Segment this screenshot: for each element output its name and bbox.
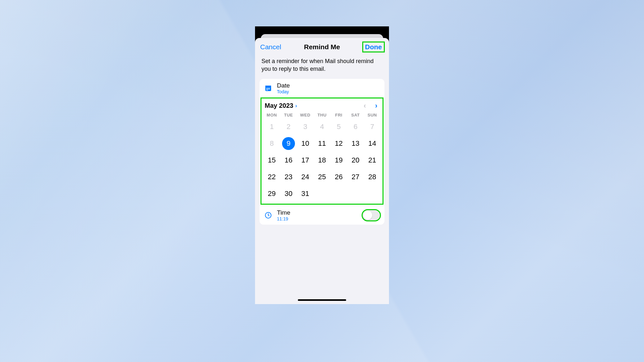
weekday-label: WED — [297, 113, 314, 117]
calendar-day[interactable]: 16 — [280, 154, 297, 166]
calendar-day[interactable]: 24 — [297, 171, 314, 183]
calendar-grid: 1234567891011121314151617181920212223242… — [263, 119, 381, 200]
cancel-button[interactable]: Cancel — [260, 43, 281, 51]
calendar-day[interactable]: 17 — [297, 154, 314, 166]
svg-rect-8 — [267, 89, 268, 89]
sheet-description: Set a reminder for when Mail should remi… — [255, 56, 389, 79]
date-row[interactable]: Date Today — [260, 79, 384, 97]
calendar: May 2023 › ‹ › MON TUE WED THU FRI — [261, 98, 383, 204]
weekday-label: SUN — [364, 113, 381, 117]
done-button[interactable]: Done — [363, 42, 384, 51]
svg-rect-4 — [267, 88, 268, 88]
calendar-day[interactable]: 12 — [330, 137, 347, 150]
calendar-day[interactable]: 8 — [263, 137, 280, 150]
calendar-day[interactable]: 18 — [314, 154, 330, 166]
clock-icon — [264, 211, 272, 219]
calendar-icon — [264, 84, 272, 92]
toggle-knob — [363, 211, 372, 220]
calendar-day[interactable]: 11 — [314, 137, 330, 150]
calendar-day[interactable]: 4 — [314, 121, 330, 133]
calendar-day[interactable]: 6 — [347, 121, 364, 133]
calendar-day[interactable]: 27 — [347, 171, 364, 183]
calendar-day[interactable]: 22 — [263, 171, 280, 183]
svg-rect-11 — [266, 90, 267, 90]
calendar-day[interactable]: 19 — [330, 154, 347, 166]
calendar-day[interactable]: 30 — [280, 188, 297, 200]
calendar-day[interactable]: 3 — [297, 121, 314, 133]
chevron-right-icon: › — [295, 103, 297, 109]
time-label: Time — [277, 209, 290, 216]
calendar-day[interactable]: 14 — [364, 137, 381, 150]
home-indicator[interactable] — [298, 299, 346, 301]
phone-frame: Cancel Remind Me Done Set a reminder for… — [255, 26, 389, 304]
calendar-container: May 2023 › ‹ › MON TUE WED THU FRI — [260, 97, 384, 204]
svg-rect-3 — [266, 88, 267, 88]
svg-rect-7 — [266, 89, 267, 89]
calendar-day[interactable]: 5 — [330, 121, 347, 133]
weekday-label: FRI — [330, 113, 347, 117]
calendar-day[interactable]: 1 — [263, 121, 280, 133]
calendar-day[interactable]: 2 — [280, 121, 297, 133]
prev-month-button[interactable]: ‹ — [364, 102, 366, 110]
weekday-label: THU — [314, 113, 330, 117]
svg-rect-6 — [269, 88, 270, 88]
calendar-day[interactable]: 10 — [297, 137, 314, 150]
calendar-day[interactable]: 26 — [330, 171, 347, 183]
sheet-nav: Cancel Remind Me Done — [255, 38, 389, 56]
month-picker[interactable]: May 2023 › — [265, 102, 297, 109]
svg-rect-1 — [265, 86, 271, 87]
date-time-card: Date Today May 2023 › ‹ › — [260, 79, 384, 225]
calendar-day[interactable]: 15 — [263, 154, 280, 166]
svg-rect-9 — [268, 89, 269, 89]
calendar-day[interactable]: 29 — [263, 188, 280, 200]
calendar-day[interactable]: 28 — [364, 171, 381, 183]
weekday-header: MON TUE WED THU FRI SAT SUN — [263, 113, 381, 119]
svg-rect-12 — [267, 90, 268, 90]
weekday-label: SAT — [347, 113, 364, 117]
calendar-day[interactable]: 7 — [364, 121, 381, 133]
date-label: Date — [277, 82, 290, 89]
time-value: 11:19 — [277, 216, 290, 221]
weekday-label: TUE — [280, 113, 297, 117]
time-row[interactable]: Time 11:19 — [260, 206, 384, 225]
calendar-day[interactable]: 13 — [347, 137, 364, 150]
weekday-label: MON — [263, 113, 280, 117]
svg-rect-5 — [268, 88, 269, 88]
date-value: Today — [277, 89, 290, 94]
calendar-day[interactable]: 9 — [280, 137, 297, 150]
calendar-day[interactable]: 21 — [364, 154, 381, 166]
next-month-button[interactable]: › — [375, 102, 377, 110]
calendar-day[interactable]: 25 — [314, 171, 330, 183]
time-toggle[interactable] — [363, 210, 380, 220]
calendar-day[interactable]: 20 — [347, 154, 364, 166]
month-label: May 2023 — [265, 102, 293, 109]
svg-rect-10 — [269, 89, 270, 89]
remind-me-sheet: Cancel Remind Me Done Set a reminder for… — [255, 38, 389, 304]
calendar-day[interactable]: 31 — [297, 188, 314, 200]
calendar-day[interactable]: 23 — [280, 171, 297, 183]
